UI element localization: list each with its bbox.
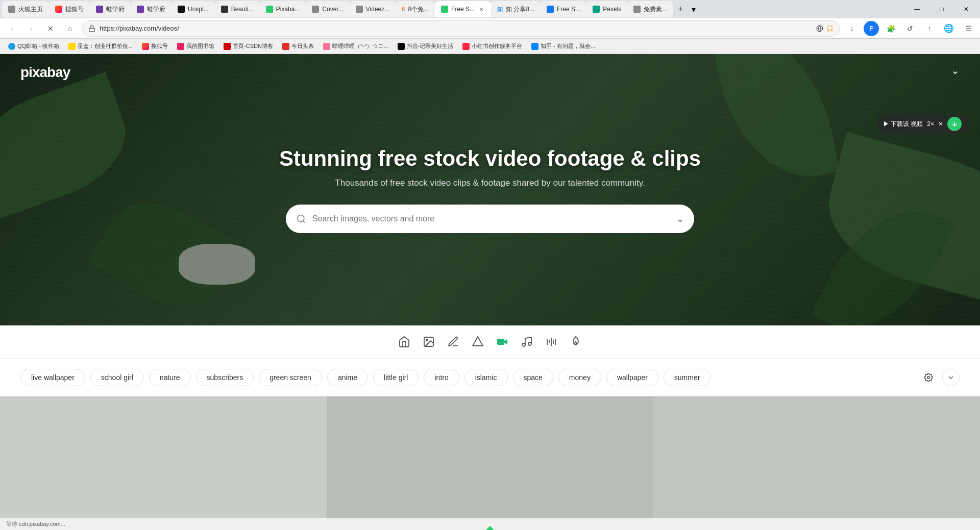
tab-cover[interactable]: Cover... (306, 1, 349, 17)
video-card-2[interactable] (327, 396, 653, 530)
minimize-button[interactable]: — (905, 1, 929, 17)
bookmark-xinghe[interactable]: 星盒：创业社群价值... (64, 41, 137, 51)
nav-icon-soundfx[interactable] (545, 336, 557, 348)
tags-row: live wallpaper school girl nature subscr… (0, 359, 980, 396)
maximize-button[interactable]: □ (930, 1, 953, 17)
tag-green-screen[interactable]: green screen (259, 369, 322, 386)
video-card-1[interactable] (0, 396, 327, 530)
svg-point-5 (426, 339, 428, 341)
hero-collapse-button[interactable]: ⌄ (951, 64, 960, 77)
download-badge: 2× (927, 120, 934, 128)
tab-overflow-button[interactable]: ▾ (688, 5, 700, 14)
reload-button[interactable]: ✕ (43, 21, 58, 36)
tag-subscribers[interactable]: subscribers (196, 369, 254, 386)
status-text: 等待 cdn.pixabay.com... (6, 520, 65, 528)
tab-wa2[interactable]: 蛙学府 (131, 1, 172, 17)
menu-icon[interactable]: ☰ (961, 21, 976, 36)
tag-intro[interactable]: intro (424, 369, 459, 386)
tab-wa1[interactable]: 蛙学府 (90, 1, 131, 17)
tab-freestockvideos2[interactable]: Free S... (541, 1, 586, 17)
bookmark-bilibili[interactable]: 哔哩哔哩（°-°）つロ... (319, 41, 393, 51)
tag-islamic[interactable]: islamic (464, 369, 508, 386)
tab-pixabay[interactable]: Pixaba... (260, 1, 306, 17)
search-icon (296, 214, 306, 224)
back-button[interactable]: ‹ (4, 21, 19, 36)
nav-icon-music[interactable] (521, 336, 533, 348)
bookmark-label: 今日头条 (291, 42, 314, 50)
nav-icon-illustration[interactable] (447, 336, 459, 348)
security-icon (88, 25, 95, 32)
tag-anime[interactable]: anime (327, 369, 368, 386)
hero-title: Stunning free stock video footage & clip… (260, 146, 720, 171)
tag-money[interactable]: money (558, 369, 601, 386)
svg-point-9 (522, 343, 525, 346)
nav-icon-fire[interactable] (570, 336, 582, 348)
bookmark-toutiao[interactable]: 今日头条 (278, 41, 318, 51)
tag-nature[interactable]: nature (149, 369, 191, 386)
sync-icon[interactable]: 🌐 (941, 21, 957, 36)
tab-home[interactable]: 火狐主页 (2, 1, 49, 17)
tab-freestockvideos-active[interactable]: Free S... ✕ (435, 1, 491, 17)
extensions-icon[interactable]: 🧩 (883, 21, 898, 36)
search-dropdown-chevron[interactable]: ⌄ (676, 213, 684, 224)
bookmark-qq[interactable]: QQ邮箱 - 收件箱 (4, 41, 63, 51)
tab-zhihu[interactable]: 知 知 分享8... (491, 1, 541, 17)
tab-label: Videez... (366, 6, 389, 13)
tag-little-girl[interactable]: little girl (373, 369, 419, 386)
tab-favicon (178, 6, 185, 13)
nav-icon-photo[interactable] (423, 336, 435, 348)
profile-icon[interactable]: F (864, 21, 879, 36)
forward-button[interactable]: › (23, 21, 39, 36)
tags-settings-button[interactable] (920, 369, 937, 386)
bookmark-zhihu[interactable]: 知乎 - 有问题，就会... (527, 41, 599, 51)
tab-8free[interactable]: 8 8个免... (396, 1, 435, 17)
tab-favicon (441, 6, 448, 13)
nav-icon-home[interactable] (398, 336, 410, 348)
bookmark-label: 知乎 - 有问题，就会... (541, 42, 595, 50)
tag-school-girl[interactable]: school girl (90, 369, 144, 386)
tag-space[interactable]: space (513, 369, 553, 386)
bookmark-csdn[interactable]: 首页-CSDN博客 (219, 41, 277, 51)
svg-point-16 (927, 376, 930, 379)
svg-marker-8 (504, 339, 507, 344)
bookmark-douyin[interactable]: 抖音-记录美好生活 (394, 41, 458, 51)
home-button[interactable]: ⌂ (62, 21, 78, 36)
download-close-icon[interactable]: ✕ (938, 120, 943, 128)
tab-videez[interactable]: Videez... (350, 1, 396, 17)
tab-sohu[interactable]: 搜狐号 (49, 1, 90, 17)
bookmark-favicon (8, 43, 15, 50)
svg-line-3 (303, 221, 305, 223)
tag-wallpaper[interactable]: wallpaper (606, 369, 658, 386)
download-icon[interactable]: ↓ (844, 21, 860, 36)
tag-summer[interactable]: summer (664, 369, 711, 386)
bookmark-library[interactable]: 我的图书馆 (173, 41, 218, 51)
search-bar[interactable]: ⌄ (286, 205, 694, 233)
status-arrow-up[interactable] (486, 526, 494, 530)
download-action-button[interactable] (947, 117, 962, 131)
bookmark-sohu[interactable]: 搜狐号 (138, 41, 172, 51)
close-button[interactable]: ✕ (954, 1, 978, 17)
tab-freestock[interactable]: 免费素... (627, 1, 673, 17)
url-input[interactable]: https://pixabay.com/videos/ (82, 20, 840, 37)
tab-unsplash[interactable]: Unspl... (172, 1, 215, 17)
video-card-3[interactable] (653, 396, 980, 530)
pixabay-logo[interactable]: pixabay (20, 64, 70, 81)
tab-label: 蛙学府 (147, 5, 165, 14)
bookmark-xiaohongshu[interactable]: 小红书创作服务平台 (458, 41, 526, 51)
nav-icon-video[interactable] (496, 336, 508, 348)
search-input[interactable] (312, 214, 670, 223)
bookmark-favicon (224, 43, 231, 50)
bookmark-label: 我的图书馆 (186, 42, 214, 50)
tags-expand-button[interactable] (942, 369, 960, 386)
share-icon[interactable]: ↑ (922, 21, 937, 36)
tab-pexels[interactable]: Pexels (586, 1, 627, 17)
tab-beautify[interactable]: Beauti... (215, 1, 260, 17)
hero-section: pixabay ⌄ Stunning free stock video foot… (0, 54, 980, 325)
tab-close-button[interactable]: ✕ (478, 6, 485, 13)
nav-icon-vectors[interactable] (472, 336, 484, 348)
back-arrow-icon[interactable]: ↺ (902, 21, 918, 36)
tag-live-wallpaper[interactable]: live wallpaper (20, 369, 85, 386)
new-tab-button[interactable]: + (673, 2, 688, 16)
window-controls: — □ ✕ (905, 1, 978, 17)
video-grid (0, 396, 980, 530)
